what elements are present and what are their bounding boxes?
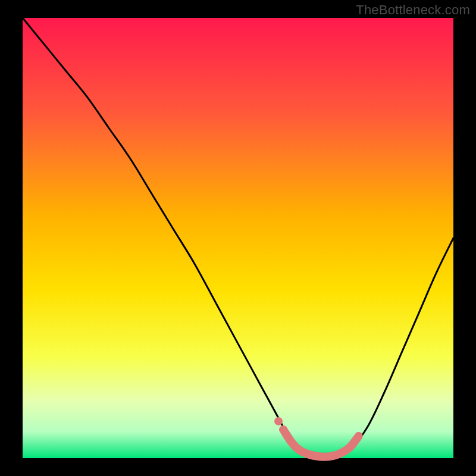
bottleneck-chart (0, 0, 476, 476)
plot-background (23, 18, 453, 458)
watermark-text: TheBottleneck.com (356, 2, 470, 18)
highlight-start-dot (274, 417, 283, 425)
chart-frame: TheBottleneck.com (0, 0, 476, 476)
